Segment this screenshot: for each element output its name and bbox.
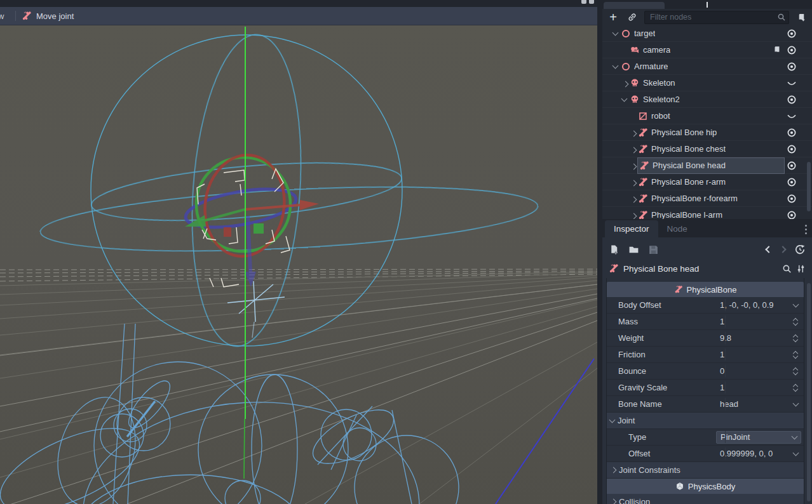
tree-row-physical-bone-head[interactable]: Physical Bone head [602,157,812,174]
chevron-down-icon[interactable] [612,63,619,69]
property-row-bone-name[interactable]: Bone Name head [607,396,804,413]
inspector-tab-bar: Inspector Node [602,219,812,237]
toolbar-separator [15,11,16,21]
property-value[interactable]: 1 [716,383,788,392]
chevron-right-icon[interactable] [631,197,637,203]
new-resource-icon[interactable] [609,244,619,255]
tree-row-physicalbone-r-forearm[interactable]: PhysicalBone r-forearm [602,190,812,207]
expand-value-icon[interactable] [792,301,799,307]
eye-open-icon[interactable] [787,29,797,39]
spinbox-icon[interactable] [794,335,797,342]
property-row-joint-offset[interactable]: Offset 0.999999, 0, 0 [607,446,804,462]
property-row-bounce[interactable]: Bounce 0 [607,363,804,380]
bone-icon [22,11,32,21]
gizmo-red-plane-handle[interactable] [224,227,231,237]
eye-open-icon[interactable] [787,210,797,220]
dropdown-icon[interactable] [792,400,799,406]
filter-nodes-input[interactable] [644,11,789,24]
gizmo-green-plane-handle[interactable] [254,223,264,234]
tree-row-skeleton2[interactable]: Skeleton2 [602,91,812,108]
viewport-canvas[interactable] [0,25,597,504]
eye-open-icon[interactable] [787,144,797,154]
skeleton-icon [630,78,640,88]
history-forward-icon[interactable] [779,246,786,253]
tab-node[interactable]: Node [658,220,696,237]
section-joint[interactable]: Joint [607,413,804,429]
view-menu-partial[interactable]: w [0,11,10,21]
tree-item-label: PhysicalBone l-arm [651,210,722,219]
scene-tree-scrollbar[interactable] [807,162,811,211]
dock-menu-icon[interactable] [805,225,807,234]
chevron-right-icon[interactable] [631,147,637,154]
load-resource-folder-icon[interactable] [628,244,639,255]
property-value[interactable]: head [716,399,788,409]
tree-row-physicalbone-l-arm[interactable]: PhysicalBone l-arm [602,207,812,219]
property-row-mass[interactable]: Mass 1 [607,314,804,330]
tree-row-physical-bone-chest[interactable]: Physical Bone chest [602,141,812,157]
tree-row-physical-bone-hip[interactable]: Physical Bone hip [602,124,812,141]
tree-item-label: Armature [634,62,668,71]
property-row-weight[interactable]: Weight 9.8 [607,330,804,347]
property-row-gravity-scale[interactable]: Gravity Scale 1 [607,380,804,396]
property-row-body-offset[interactable]: Body Offset 1, -0, -0, 0, 0.9 [607,297,804,314]
attach-script-button[interactable] [794,10,808,24]
tree-row-armature[interactable]: Armature [602,58,812,75]
tab-inspector[interactable]: Inspector [605,220,658,237]
property-value[interactable]: 0.999999, 0, 0 [716,449,788,458]
add-node-button[interactable]: + [606,10,620,24]
tree-row-skeleton[interactable]: Skeleton [602,75,812,91]
script-icon[interactable] [773,45,782,55]
bone-icon [638,128,648,138]
inspector-scrollbar[interactable] [807,283,811,501]
section-joint-constraints[interactable]: Joint Constraints [607,462,804,479]
tree-row-robot[interactable]: robot [602,108,812,124]
chevron-right-icon[interactable] [623,81,629,88]
physics-body-cube-icon [675,482,684,491]
property-value[interactable]: 1 [716,350,788,359]
history-back-icon[interactable] [765,246,772,253]
property-tools-icon[interactable] [796,264,806,274]
tree-row-physical-bone-r-arm[interactable]: Physical Bone r-arm [602,174,812,190]
eye-open-icon[interactable] [787,161,797,171]
eye-open-icon[interactable] [787,194,797,204]
spinbox-icon[interactable] [794,352,797,358]
chevron-right-icon[interactable] [631,131,637,137]
chevron-right-icon[interactable] [631,180,637,187]
scene-tab-partial[interactable] [604,2,665,9]
eye-open-icon[interactable] [787,62,797,72]
category-physicalbone: PhysicalBone [607,282,804,297]
object-history-icon[interactable] [794,244,806,255]
expand-value-icon[interactable] [792,449,799,456]
property-value[interactable]: 1 [716,317,788,326]
chevron-down-icon[interactable] [621,96,628,102]
eye-open-icon[interactable] [787,177,797,187]
chevron-right-icon[interactable] [631,213,637,219]
eye-closed-icon[interactable] [787,78,797,88]
spinbox-icon[interactable] [794,385,797,391]
instance-scene-button[interactable] [625,10,639,24]
joint-type-dropdown[interactable]: PinJoint [716,431,801,444]
category-physicsbody: PhysicsBody [607,479,804,494]
save-resource-icon[interactable] [648,244,659,255]
property-row-joint-type[interactable]: Type PinJoint [607,429,804,446]
property-value[interactable]: 0 [716,366,788,376]
property-value[interactable]: 9.8 [716,333,788,343]
section-collision[interactable]: Collision [607,494,804,504]
chevron-right-icon[interactable] [631,164,637,170]
spinbox-icon[interactable] [794,319,797,325]
spinbox-icon[interactable] [794,368,797,375]
tree-row-target[interactable]: target [602,25,812,42]
eye-closed-icon[interactable] [787,111,797,121]
inspected-object-name: Physical Bone head [623,264,699,274]
search-properties-icon[interactable] [782,264,792,274]
tree-row-camera[interactable]: camera [602,42,812,58]
eye-open-icon[interactable] [787,95,797,105]
property-value[interactable]: 1, -0, -0, 0, 0.9 [716,300,788,310]
eye-open-icon[interactable] [787,45,797,55]
property-row-friction[interactable]: Friction 1 [607,347,804,363]
link-icon [627,12,637,22]
cutoff-toolbar-icon [581,0,595,4]
chevron-down-icon[interactable] [612,30,619,36]
eye-open-icon[interactable] [787,128,797,138]
spatial-node-icon [621,62,631,72]
